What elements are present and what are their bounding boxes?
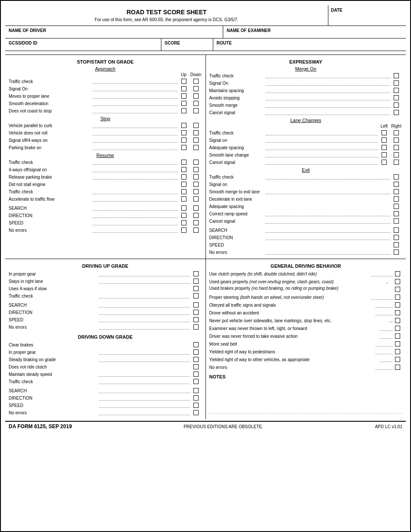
checkbox[interactable] xyxy=(193,279,199,284)
checkbox[interactable] xyxy=(395,295,400,300)
checkbox[interactable] xyxy=(395,271,400,276)
checkbox[interactable] xyxy=(193,317,199,322)
checkbox[interactable] xyxy=(382,138,387,143)
checkbox[interactable] xyxy=(395,341,400,346)
checkbox[interactable] xyxy=(394,242,399,247)
checkbox[interactable] xyxy=(181,182,186,187)
checkbox[interactable] xyxy=(181,189,186,194)
checkbox[interactable] xyxy=(181,145,186,150)
checkbox[interactable] xyxy=(193,130,199,135)
checkbox[interactable] xyxy=(394,182,399,187)
checkbox[interactable] xyxy=(382,145,387,150)
checkbox[interactable] xyxy=(394,110,399,115)
checkbox[interactable] xyxy=(395,287,400,292)
checkbox[interactable] xyxy=(193,196,199,202)
checkbox[interactable] xyxy=(193,349,199,355)
checkbox[interactable] xyxy=(395,302,400,308)
checkbox[interactable] xyxy=(181,174,186,179)
checkbox[interactable] xyxy=(394,88,399,93)
checkbox[interactable] xyxy=(193,403,199,408)
checkbox[interactable] xyxy=(181,167,186,172)
checkbox[interactable] xyxy=(394,103,399,108)
checkbox[interactable] xyxy=(193,108,199,113)
checkbox[interactable] xyxy=(394,228,399,233)
checkbox[interactable] xyxy=(394,152,399,157)
checkbox[interactable] xyxy=(394,95,399,100)
checkbox[interactable] xyxy=(394,73,399,78)
checkbox[interactable] xyxy=(193,388,199,393)
checkbox[interactable] xyxy=(181,213,186,218)
checkbox[interactable] xyxy=(193,182,199,187)
bottom-left: DRIVING UP GRADE In proper gear Stays in… xyxy=(5,259,206,419)
checkbox[interactable] xyxy=(394,145,399,150)
checkbox[interactable] xyxy=(395,365,400,370)
checkbox[interactable] xyxy=(193,286,199,291)
checkbox[interactable] xyxy=(193,174,199,179)
checkbox[interactable] xyxy=(382,152,387,157)
checkbox[interactable] xyxy=(193,310,199,315)
checkbox[interactable] xyxy=(193,205,199,211)
checkbox[interactable] xyxy=(395,279,400,284)
checkbox[interactable] xyxy=(193,160,199,165)
checkbox[interactable] xyxy=(193,324,199,330)
checkbox[interactable] xyxy=(395,310,400,315)
checkbox[interactable] xyxy=(181,130,186,135)
checkbox[interactable] xyxy=(181,160,186,165)
checkbox[interactable] xyxy=(181,138,186,143)
checkbox[interactable] xyxy=(193,364,199,369)
checkbox[interactable] xyxy=(394,235,399,240)
checkbox[interactable] xyxy=(193,410,199,415)
checkbox[interactable] xyxy=(394,174,399,179)
checkbox[interactable] xyxy=(181,86,186,91)
checkbox[interactable] xyxy=(181,101,186,106)
checkbox[interactable] xyxy=(395,326,400,331)
down-item-5: Traffic check xyxy=(9,378,202,385)
checkbox[interactable] xyxy=(181,220,186,225)
checkbox[interactable] xyxy=(394,130,399,135)
checkbox[interactable] xyxy=(193,271,199,276)
date-value[interactable] xyxy=(331,13,403,21)
checkbox[interactable] xyxy=(193,302,199,308)
checkbox[interactable] xyxy=(394,211,399,216)
checkbox[interactable] xyxy=(394,204,399,209)
checkbox[interactable] xyxy=(382,130,387,135)
checkbox[interactable] xyxy=(382,160,387,165)
checkbox[interactable] xyxy=(394,80,399,86)
checkbox[interactable] xyxy=(193,357,199,362)
checkbox[interactable] xyxy=(193,86,199,91)
checkbox[interactable] xyxy=(193,379,199,384)
checkbox[interactable] xyxy=(193,220,199,225)
checkbox[interactable] xyxy=(193,145,199,150)
checkbox[interactable] xyxy=(181,108,186,113)
checkbox[interactable] xyxy=(193,79,199,84)
checkbox[interactable] xyxy=(193,213,199,218)
checkbox[interactable] xyxy=(181,196,186,202)
checkbox[interactable] xyxy=(193,342,199,347)
checkbox[interactable] xyxy=(394,218,399,224)
checkbox[interactable] xyxy=(193,395,199,401)
checkbox[interactable] xyxy=(193,372,199,377)
checkbox[interactable] xyxy=(193,293,199,298)
checkbox[interactable] xyxy=(395,349,400,354)
checkbox[interactable] xyxy=(193,101,199,106)
checkbox[interactable] xyxy=(394,138,399,143)
checkbox[interactable] xyxy=(193,228,199,233)
checkbox[interactable] xyxy=(394,160,399,165)
checkbox[interactable] xyxy=(181,123,186,128)
checkbox[interactable] xyxy=(394,250,399,255)
checkbox[interactable] xyxy=(181,93,186,99)
checkbox[interactable] xyxy=(193,189,199,194)
checkbox[interactable] xyxy=(193,138,199,143)
checkbox[interactable] xyxy=(394,196,399,202)
checkbox[interactable] xyxy=(395,318,400,323)
checkbox[interactable] xyxy=(395,333,400,339)
checkbox[interactable] xyxy=(394,189,399,194)
checkbox[interactable] xyxy=(181,79,186,84)
checkbox[interactable] xyxy=(193,93,199,99)
notes-area[interactable] xyxy=(209,379,403,414)
checkbox[interactable] xyxy=(181,228,186,233)
checkbox[interactable] xyxy=(193,123,199,128)
checkbox[interactable] xyxy=(181,205,186,211)
checkbox[interactable] xyxy=(395,357,400,362)
checkbox[interactable] xyxy=(193,167,199,172)
